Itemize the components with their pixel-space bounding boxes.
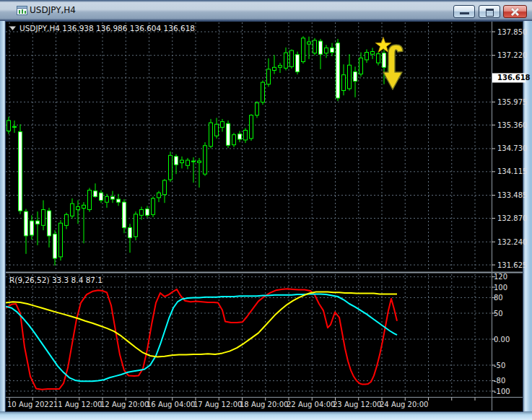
bull-candle — [342, 75, 346, 91]
bull-candle — [256, 103, 259, 115]
bull-candle — [204, 146, 207, 174]
ohlc-header: USDJPY,H4 136.938 136.986 136.604 136.61… — [19, 24, 195, 32]
down-arrow-marker-icon[interactable] — [383, 45, 403, 89]
bull-candle — [180, 160, 184, 163]
bull-candle — [215, 124, 219, 136]
bull-candle — [157, 193, 161, 198]
bear-candle — [336, 43, 340, 98]
percent-axis-label: 0.00 — [494, 336, 510, 344]
time-axis-label: 11 Aug 12:00 — [53, 401, 102, 408]
bull-candle — [221, 122, 224, 128]
time-axis-label: 23 Aug 12:00 — [333, 401, 381, 408]
bull-candle — [105, 196, 109, 202]
bull-candle — [134, 214, 138, 237]
chart-canvas[interactable]: 137.850137.220135.975135.360134.730134.1… — [0, 0, 532, 420]
bear-candle — [111, 196, 115, 199]
mid-cyan-indicator-line — [6, 294, 397, 381]
bull-candle — [42, 210, 45, 226]
bear-candle — [128, 227, 132, 237]
bull-candle — [348, 65, 352, 89]
bull-candle — [82, 205, 86, 208]
bear-candle — [331, 48, 334, 52]
bull-candle — [313, 40, 317, 53]
bull-candle — [371, 52, 375, 55]
bull-candle — [88, 191, 92, 210]
bear-candle — [13, 126, 17, 127]
bear-candle — [123, 202, 126, 227]
bull-candle — [308, 42, 311, 44]
price-axis-label: 135.360 — [497, 121, 527, 129]
bull-candle — [244, 131, 248, 141]
bull-candle — [140, 210, 144, 216]
time-axis-label: 24 Aug 20:00 — [380, 401, 428, 408]
bear-candle — [354, 72, 357, 82]
bear-candle — [25, 211, 28, 236]
bear-candle — [238, 134, 242, 139]
price-axis-label: 134.115 — [497, 167, 527, 175]
bear-candle — [30, 221, 34, 235]
bear-candle — [383, 53, 386, 68]
percent-axis-label: 50 — [494, 310, 503, 318]
chart-menu-arrow-icon[interactable] — [9, 27, 16, 31]
price-axis-label: 132.240 — [497, 238, 527, 246]
bear-candle — [227, 123, 230, 145]
time-axis-label: 10 Aug 2022 — [7, 401, 53, 408]
bull-candle — [302, 38, 305, 62]
price-axis-label: 132.870 — [497, 214, 527, 222]
bear-candle — [296, 55, 300, 72]
bull-candle — [209, 123, 213, 146]
percent-axis-label: -100 — [494, 388, 510, 395]
price-axis-label: 137.850 — [497, 28, 527, 36]
percent-axis-label: -80 — [494, 377, 505, 385]
bear-candle — [94, 191, 97, 197]
bear-candle — [100, 193, 103, 200]
bull-candle — [232, 135, 236, 145]
percent-axis-label: 100 — [494, 284, 507, 292]
time-axis-label: 12 Aug 20:00 — [100, 401, 149, 408]
bull-candle — [65, 214, 69, 225]
bull-candle — [169, 155, 173, 180]
time-axis-label: 22 Aug 04:00 — [287, 401, 335, 408]
percent-axis-label: 80 — [494, 294, 503, 302]
bull-candle — [250, 115, 253, 139]
bull-candle — [279, 66, 282, 68]
bear-candle — [175, 157, 178, 165]
candles-group — [7, 36, 392, 266]
bull-candle — [59, 223, 63, 257]
bull-candle — [7, 121, 11, 131]
bull-candle — [77, 206, 80, 209]
bear-candle — [36, 221, 40, 224]
mt4-chart-window: { "window": { "title": "USDJPY,H4", "but… — [0, 0, 532, 420]
bull-candle — [359, 58, 363, 74]
bear-candle — [319, 41, 323, 54]
bull-candle — [284, 53, 288, 68]
percent-axis-label: -50 — [494, 362, 505, 369]
content-border — [6, 22, 523, 412]
time-axis-label: 18 Aug 20:00 — [240, 401, 288, 408]
bull-candle — [163, 180, 167, 195]
price-axis-label: 133.485 — [497, 191, 527, 199]
bull-candle — [71, 204, 74, 216]
percent-axis-label: 120 — [494, 273, 507, 281]
bull-candle — [186, 160, 190, 165]
bull-candle — [198, 161, 201, 162]
bull-candle — [152, 198, 155, 214]
bear-candle — [48, 211, 51, 236]
price-axis-label: 137.220 — [497, 51, 527, 59]
price-axis-label: 135.975 — [497, 98, 527, 106]
current-price-label: 136.618 — [497, 74, 531, 82]
bear-candle — [53, 234, 57, 258]
bull-candle — [377, 54, 380, 64]
bull-candle — [325, 48, 328, 53]
price-axis-label: 134.730 — [497, 144, 527, 152]
bear-candle — [117, 199, 121, 202]
bull-candle — [290, 51, 294, 66]
bull-candle — [273, 67, 276, 70]
bear-candle — [192, 161, 196, 162]
bear-candle — [146, 209, 149, 216]
bull-candle — [267, 69, 271, 84]
bull-candle — [261, 82, 265, 102]
indicator-window-label: R(9,26,52) 33.3 8.4 87.1 — [9, 276, 103, 284]
price-axis-label: 131.625 — [497, 261, 527, 269]
time-axis-label: 17 Aug 12:00 — [193, 401, 242, 408]
